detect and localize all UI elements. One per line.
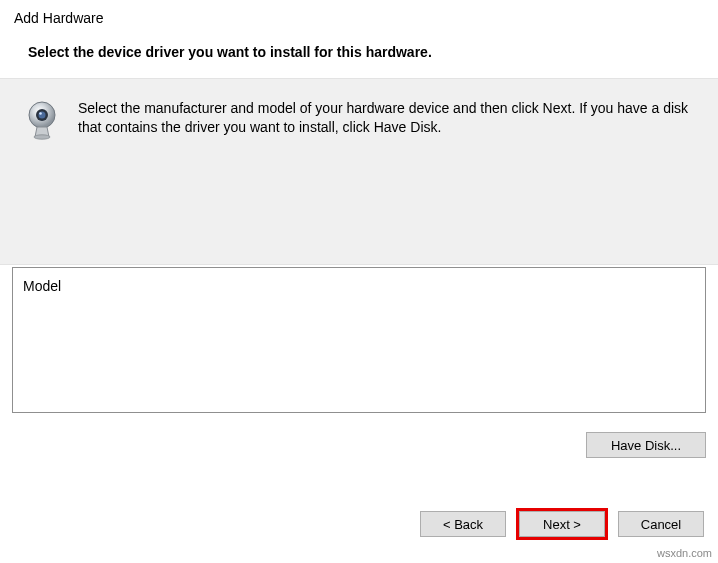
info-band: Select the manufacturer and model of you… (0, 78, 718, 265)
window-title: Add Hardware (14, 10, 704, 26)
webcam-icon (24, 99, 60, 144)
watermark-text: wsxdn.com (657, 547, 712, 559)
cancel-button[interactable]: Cancel (618, 511, 704, 537)
model-list-panel[interactable]: Model (12, 267, 706, 413)
svg-point-2 (39, 112, 46, 119)
have-disk-button[interactable]: Have Disk... (586, 432, 706, 458)
page-subtitle: Select the device driver you want to ins… (0, 30, 718, 78)
back-button[interactable]: < Back (420, 511, 506, 537)
separator (0, 487, 718, 488)
svg-point-3 (39, 112, 42, 115)
svg-point-4 (34, 135, 50, 139)
wizard-button-bar: < Back Next > Cancel (420, 508, 704, 540)
next-button-highlight: Next > (516, 508, 608, 540)
next-button[interactable]: Next > (519, 511, 605, 537)
model-column-header: Model (23, 278, 695, 294)
instruction-text: Select the manufacturer and model of you… (78, 99, 694, 144)
